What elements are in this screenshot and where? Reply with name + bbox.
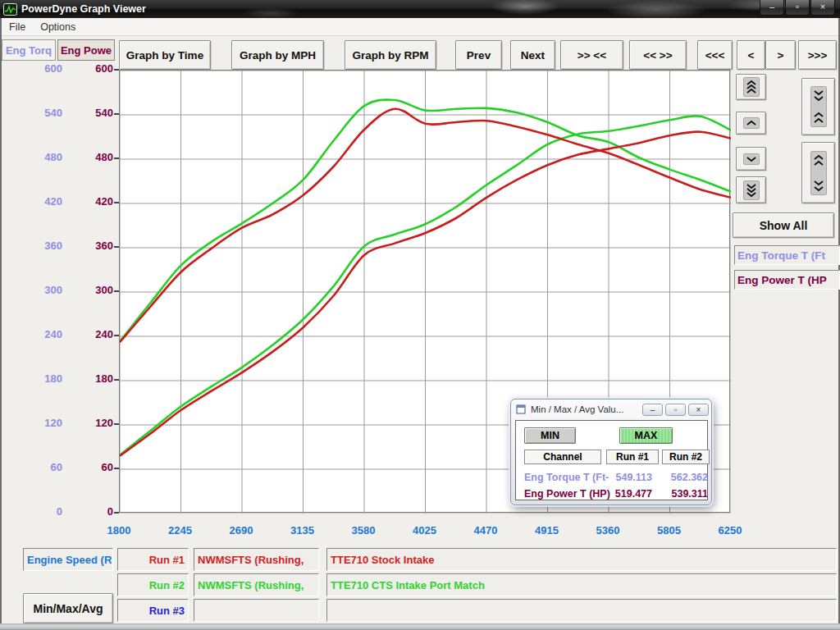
minmax-run1-value: 549.113: [606, 472, 652, 483]
next-button[interactable]: Next: [510, 40, 555, 70]
menu-options[interactable]: Options: [33, 20, 83, 34]
minmax-channel-name: Eng Power T (HP): [524, 488, 610, 500]
run2-description-text: TTE710 CTS Intake Port Match: [327, 579, 488, 591]
y-tick-torque: 180: [21, 372, 62, 385]
collapse-vertical-icon: [810, 86, 827, 127]
y-tick-torque: 540: [21, 107, 62, 119]
run1-file-field[interactable]: NWMSFTS (Rushing,: [194, 548, 319, 571]
run1-file-text: NWMSFTS (Rushing,: [194, 554, 307, 566]
x-tick-rpm: 5360: [587, 524, 628, 536]
x-tick-rpm: 2245: [160, 524, 201, 536]
y-tick-torque: 120: [21, 417, 62, 429]
triple-chevron-down-icon: [743, 180, 760, 200]
graph-by-rpm-button[interactable]: Graph by RPM: [345, 40, 436, 70]
column-header-run1[interactable]: Run #1: [606, 450, 659, 464]
x-tick-rpm: 2690: [221, 524, 262, 536]
y-tick-power: 360: [72, 240, 113, 252]
app-icon: [3, 3, 17, 16]
x-channel-label[interactable]: Engine Speed (RI: [23, 548, 113, 571]
zoom-in-x-button[interactable]: >> <<: [560, 40, 623, 70]
minmax-close-button[interactable]: ×: [688, 404, 709, 416]
show-all-button[interactable]: Show All: [733, 212, 834, 238]
scroll-left-button[interactable]: <: [737, 40, 765, 70]
y-tick-torque: 360: [21, 240, 62, 252]
compress-scale-button[interactable]: [801, 78, 835, 135]
powerdyne-window: PowerDyne Graph Viewer – ▫ × File Option…: [0, 0, 840, 630]
shift-down-fast-button[interactable]: [736, 176, 766, 203]
run2-label-text: Run #2: [146, 579, 188, 591]
y-tick-mark: [114, 335, 119, 336]
y-tick-power: 480: [72, 151, 113, 163]
graph-by-time-button[interactable]: Graph by Time: [119, 40, 211, 70]
zoom-out-x-button[interactable]: << >>: [629, 40, 687, 70]
shift-down-button[interactable]: [736, 147, 766, 171]
channel-button-torque[interactable]: Eng Torq: [2, 39, 56, 61]
channel-button-power[interactable]: Eng Powe: [57, 39, 115, 61]
y-tick-torque: 300: [21, 284, 62, 296]
run3-file-field[interactable]: [194, 599, 319, 622]
run3-description-field[interactable]: [326, 599, 837, 622]
menu-file[interactable]: File: [2, 20, 33, 34]
run1-description-text: TTE710 Stock Intake: [327, 554, 437, 566]
minmax-avg-button[interactable]: Min/Max/Avg: [23, 593, 113, 623]
minmax-window-titlebar[interactable]: Min / Max / Avg Valu... – ▫ ×: [511, 399, 711, 419]
y-tick-mark: [114, 379, 119, 381]
expand-scale-button[interactable]: [801, 142, 835, 203]
y-channel-label-torque[interactable]: Eng Torque T (Ft: [734, 245, 840, 265]
graph-by-mph-button[interactable]: Graph by MPH: [231, 40, 324, 70]
y-tick-mark: [114, 468, 119, 469]
y-tick-power: 600: [72, 62, 113, 75]
window-bottom-frame: [0, 623, 840, 630]
restore-button[interactable]: ▫: [785, 0, 810, 16]
menu-bar: File Options: [2, 18, 838, 36]
minmax-restore-button[interactable]: ▫: [665, 404, 686, 416]
shift-up-button[interactable]: [736, 112, 766, 135]
y-tick-mark: [114, 202, 119, 203]
minmax-window-title: Min / Max / Avg Valu...: [531, 404, 642, 414]
x-tick-rpm: 6250: [710, 524, 751, 536]
title-bar[interactable]: PowerDyne Graph Viewer – ▫ ×: [0, 0, 840, 18]
chevron-up-icon: [743, 117, 760, 129]
minimize-button[interactable]: –: [760, 0, 784, 16]
min-tab-button[interactable]: MIN: [524, 427, 576, 444]
run2-file-text: NWMSFTS (Rushing,: [194, 579, 307, 591]
y-tick-power: 0: [72, 505, 113, 518]
minmax-run2-value: 562.362: [662, 472, 708, 483]
scroll-far-right-button[interactable]: >>>: [798, 40, 837, 70]
minmax-run2-value: 539.311: [662, 488, 708, 500]
y-tick-power: 60: [72, 461, 113, 473]
expand-vertical-icon: [810, 151, 827, 195]
scroll-right-button[interactable]: >: [765, 40, 796, 70]
y-tick-torque: 480: [21, 151, 62, 163]
scroll-far-left-button[interactable]: <<<: [697, 40, 733, 70]
close-button[interactable]: ×: [810, 0, 835, 16]
y-tick-mark: [114, 246, 119, 248]
column-header-channel[interactable]: Channel: [524, 450, 601, 464]
y-tick-torque: 0: [21, 505, 62, 518]
form-icon: [516, 404, 527, 414]
minmax-window-body: MIN MAX Channel Run #1 Run #2 Eng Torque…: [515, 420, 708, 500]
shift-up-fast-button[interactable]: [736, 74, 766, 100]
minmax-run1-value: 519.477: [606, 488, 652, 500]
y-tick-power: 240: [72, 328, 113, 340]
run2-label: Run #2: [117, 573, 189, 596]
y-tick-mark: [114, 69, 119, 71]
x-tick-rpm: 3580: [343, 524, 384, 536]
prev-button[interactable]: Prev: [455, 40, 502, 70]
minmax-channel-name: Eng Torque T (Ft-: [524, 472, 609, 483]
run1-description-field[interactable]: TTE710 Stock Intake: [326, 548, 837, 571]
minmax-minimize-button[interactable]: –: [642, 404, 663, 416]
column-header-run2[interactable]: Run #2: [662, 450, 710, 464]
y-tick-mark: [114, 290, 119, 292]
x-channel-label-text: Engine Speed (RI: [24, 554, 113, 566]
max-tab-button[interactable]: MAX: [619, 427, 673, 444]
y-tick-power: 420: [72, 195, 113, 208]
y-tick-power: 300: [72, 284, 113, 296]
minmax-window: Min / Max / Avg Valu... – ▫ × MIN MAX Ch…: [510, 399, 712, 505]
y-channel-label-power[interactable]: Eng Power T (HP: [734, 270, 840, 290]
y-tick-mark: [114, 113, 119, 115]
x-tick-rpm: 5805: [649, 524, 690, 536]
run2-description-field[interactable]: TTE710 CTS Intake Port Match: [326, 573, 837, 596]
run2-file-field[interactable]: NWMSFTS (Rushing,: [194, 573, 319, 596]
y-tick-power: 540: [72, 107, 113, 119]
